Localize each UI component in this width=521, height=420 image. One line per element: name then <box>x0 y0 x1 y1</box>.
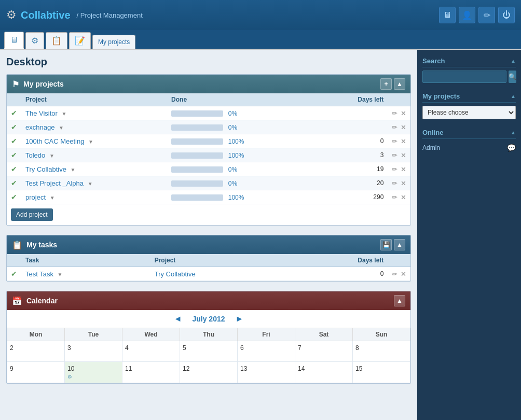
progress-percent: 0% <box>228 110 237 117</box>
calendar-day-cell[interactable]: 15 <box>353 362 410 383</box>
check-icon: ✔ <box>11 123 17 131</box>
delete-project-icon[interactable]: ✕ <box>401 137 406 145</box>
tab-my-projects-label[interactable]: My projects <box>92 35 135 49</box>
tab-tasks[interactable]: 📋 <box>46 32 67 49</box>
progress-percent: 0% <box>228 124 237 131</box>
calendar-day-cell[interactable]: 10⚙ <box>65 362 122 383</box>
edit-project-icon[interactable]: ✏ <box>392 109 397 117</box>
calendar-day-cell[interactable]: 2 <box>7 341 65 362</box>
task-name-link[interactable]: Test Task <box>25 270 53 278</box>
tab-settings[interactable]: ⚙ <box>25 32 44 49</box>
calendar-nav: ◄ July 2012 ► <box>7 310 410 328</box>
calendar-day-cell[interactable]: 14 <box>295 362 353 383</box>
edit-project-icon[interactable]: ✏ <box>392 165 397 173</box>
project-days-left: 3 <box>322 148 388 162</box>
edit-task-icon[interactable]: ✏ <box>392 270 397 278</box>
project-dropdown-icon[interactable]: ▼ <box>62 111 67 117</box>
calendar-day-header: Sun <box>353 328 410 341</box>
edit-project-icon[interactable]: ✏ <box>392 193 397 201</box>
calendar-event-icon: ⚙ <box>67 374 119 380</box>
project-dropdown-icon[interactable]: ▼ <box>71 167 76 173</box>
search-input[interactable] <box>422 71 506 83</box>
project-dropdown-icon[interactable]: ▼ <box>88 181 93 187</box>
project-name-link[interactable]: project <box>25 193 46 201</box>
delete-project-icon[interactable]: ✕ <box>401 165 406 173</box>
calendar-day-cell[interactable]: 7 <box>295 341 353 362</box>
tab-desktop[interactable]: 🖥 <box>4 32 24 49</box>
edit-project-icon[interactable]: ✏ <box>392 123 397 131</box>
expand-calendar-btn[interactable]: ▲ <box>394 295 405 306</box>
task-project-link[interactable]: Try Collabtive <box>155 270 196 278</box>
calendar-day-cell[interactable]: 9 <box>7 362 65 383</box>
tab-edit[interactable]: 📝 <box>69 32 91 49</box>
project-name-link[interactable]: 100th CAC Meeting <box>25 137 84 145</box>
calendar-body: 2345678910⚙1112131415 <box>7 341 410 383</box>
tasks-table-header-row: Task Project Days left <box>7 254 410 267</box>
calendar-day-cell[interactable]: 13 <box>238 362 295 383</box>
my-tasks-title: My tasks <box>26 241 57 249</box>
project-dropdown-icon[interactable]: ▼ <box>59 125 64 131</box>
app-title: Collabtive <box>21 9 71 21</box>
calendar-date-number: 10 <box>67 365 74 372</box>
calendar-day-cell[interactable]: 3 <box>65 341 122 362</box>
search-button[interactable]: 🔍 <box>509 71 516 83</box>
header-brand: ⚙ Collabtive / Project Management <box>6 8 143 22</box>
expand-projects-btn[interactable]: ▲ <box>394 78 405 90</box>
project-dropdown-icon[interactable]: ▼ <box>88 139 93 145</box>
edit-project-icon[interactable]: ✏ <box>392 137 397 145</box>
my-tasks-header: 📋 My tasks 💾 ▲ <box>7 235 410 254</box>
settings-button[interactable]: ✏ <box>478 7 495 23</box>
calendar-day-cell[interactable]: 8 <box>353 341 410 362</box>
edit-project-icon[interactable]: ✏ <box>392 151 397 159</box>
col-check <box>7 93 21 106</box>
add-project-button[interactable]: Add project <box>11 208 53 221</box>
project-name-link[interactable]: Toledo <box>25 151 45 159</box>
delete-project-icon[interactable]: ✕ <box>401 193 406 201</box>
sidebar-projects-select[interactable]: Please choose <box>422 106 516 119</box>
project-name-link[interactable]: The Visitor <box>25 109 58 117</box>
page-title: Desktop <box>6 56 411 68</box>
project-name-link[interactable]: Try Collabtive <box>25 165 66 173</box>
delete-project-icon[interactable]: ✕ <box>401 179 406 187</box>
col-project: Project <box>21 93 167 106</box>
progress-percent: 0% <box>228 180 237 187</box>
calendar-next-btn[interactable]: ► <box>236 314 244 324</box>
project-check-cell: ✔ <box>7 176 21 190</box>
delete-project-icon[interactable]: ✕ <box>401 151 406 159</box>
monitor-button[interactable]: 🖥 <box>439 7 456 23</box>
project-name-cell: Toledo ▼ <box>21 148 167 162</box>
task-project-cell: Try Collabtive <box>150 267 291 281</box>
project-row: ✔ Try Collabtive ▼ 0% 19 ✏ ✕ <box>7 162 410 176</box>
project-days-left: 290 <box>322 190 388 204</box>
project-name-link[interactable]: exchnage <box>25 123 54 131</box>
calendar-day-cell[interactable]: 12 <box>180 362 238 383</box>
check-icon: ✔ <box>11 179 17 187</box>
project-dropdown-icon[interactable]: ▼ <box>49 153 54 159</box>
delete-project-icon[interactable]: ✕ <box>401 109 406 117</box>
project-name-link[interactable]: Test Project _Alpha <box>25 179 84 187</box>
calendar-day-cell[interactable]: 11 <box>122 362 180 383</box>
calendar-day-cell[interactable]: 4 <box>122 341 180 362</box>
check-icon: ✔ <box>11 151 17 159</box>
save-tasks-btn[interactable]: 💾 <box>380 239 392 250</box>
my-projects-actions: + ▲ <box>380 78 405 90</box>
delete-project-icon[interactable]: ✕ <box>401 123 406 131</box>
expand-tasks-btn[interactable]: ▲ <box>394 239 405 250</box>
logout-button[interactable]: ⏻ <box>498 7 515 23</box>
profile-button[interactable]: 👤 <box>459 7 475 23</box>
calendar-date-number: 8 <box>355 344 359 352</box>
calendar-prev-btn[interactable]: ◄ <box>174 314 182 324</box>
calendar-day-cell[interactable]: 6 <box>238 341 295 362</box>
project-dropdown-icon[interactable]: ▼ <box>50 195 55 201</box>
chat-icon[interactable]: 💬 <box>507 144 516 152</box>
project-progress-cell: 0% <box>167 176 322 190</box>
calendar-day-cell[interactable]: 5 <box>180 341 238 362</box>
delete-task-icon[interactable]: ✕ <box>401 270 406 278</box>
add-project-header-btn[interactable]: + <box>380 78 392 90</box>
edit-project-icon[interactable]: ✏ <box>392 179 397 187</box>
clipboard-tab-icon: 📋 <box>51 36 62 46</box>
header-actions: 🖥 👤 ✏ ⏻ <box>439 7 515 23</box>
sidebar-online-header: Online ▲ <box>422 127 516 139</box>
task-actions-cell: ✏ ✕ <box>388 267 410 281</box>
task-dropdown-icon[interactable]: ▼ <box>58 272 63 277</box>
